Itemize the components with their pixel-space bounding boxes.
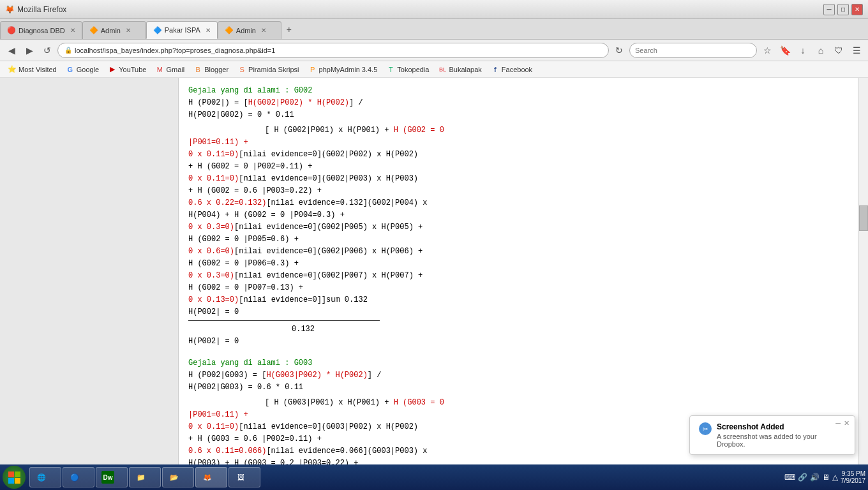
s1-f-line6: 0.6 x 0.22=0.132)[nilai evidence=0.132](… bbox=[188, 197, 848, 209]
taskbar-folder-icon: 📂 bbox=[168, 471, 181, 484]
bookmark-label-facebook: Facebook bbox=[502, 66, 532, 73]
section2-line1: H (P002|G003) = [H(G003|P002) * H(P002)]… bbox=[188, 369, 848, 381]
bookmark-phpmyadmin[interactable]: P phpMyAdmin 3.4.5 bbox=[304, 64, 382, 75]
bookmark-most-visited[interactable]: ⭐ Most Visited bbox=[4, 64, 61, 75]
taskbar: 🌐 🔵 Dw 📁 📂 🦊 🖼 ⌨ 🔗 🔊 🖥 △ 9:35 PM 7/9/201… bbox=[0, 464, 868, 490]
bookmark-label-most-visited: Most Visited bbox=[19, 66, 57, 73]
svg-rect-2 bbox=[8, 478, 14, 484]
taskbar-item-firefox[interactable]: 🌐 bbox=[29, 467, 61, 487]
tab-close-diagnosa[interactable]: ✕ bbox=[70, 27, 75, 34]
tray-monitor-icon: 🖥 bbox=[822, 473, 830, 482]
back-button[interactable]: ◀ bbox=[4, 43, 19, 58]
bookmark-label-google: Google bbox=[77, 66, 99, 73]
title-bar: 🦊 Mozilla Firefox ─ □ ✕ bbox=[0, 0, 868, 19]
section2-formula-start: [ H (G003|P001) x H(P001) + H (G003 = 0 bbox=[188, 397, 848, 408]
s1-f-line2: 0 x 0.11=0)[nilai evidence=0](G002|P002)… bbox=[188, 149, 848, 160]
section1-formula-start: [ H (G002|P001) x H(P001) + H (G002 = 0 bbox=[188, 124, 848, 136]
s1-formula-indent: [ H (G002|P001) x H(P001) + H (G002 = 0 bbox=[265, 126, 444, 135]
taskbar-items: 🌐 🔵 Dw 📁 📂 🦊 🖼 bbox=[29, 467, 781, 487]
close-button[interactable]: ✕ bbox=[851, 4, 863, 15]
toast-title: Screenshot Added bbox=[717, 422, 846, 431]
bookmark-blogger[interactable]: B Blogger bbox=[190, 64, 232, 75]
bookmark-star-button[interactable]: ☆ bbox=[760, 43, 775, 58]
tab-icon-diagnosa: 🔴 bbox=[7, 26, 16, 35]
tab-diagnosa-dbd[interactable]: 🔴 Diagnosa DBD ✕ bbox=[0, 21, 82, 39]
tab-label-admin2: Admin bbox=[236, 27, 256, 34]
menu-button[interactable]: ☰ bbox=[849, 43, 864, 58]
bookmark-tokopedia[interactable]: T Tokopedia bbox=[382, 64, 433, 75]
s1-l1-h: H(G002|P002) * H(P002) bbox=[248, 98, 349, 107]
s1-f-line12: 0 x 0.3=0)[nilai evidence=0](G002|P007) … bbox=[188, 270, 848, 281]
taskbar-item-photos[interactable]: 🖼 bbox=[228, 467, 260, 487]
s1-f-line8: 0 x 0.3=0)[nilai evidence=0](G002|P005) … bbox=[188, 221, 848, 233]
bookmark-google[interactable]: G Google bbox=[62, 64, 103, 75]
maximize-button[interactable]: □ bbox=[837, 4, 849, 15]
tab-close-admin2[interactable]: ✕ bbox=[261, 27, 266, 34]
new-tab-button[interactable]: + bbox=[281, 22, 297, 37]
google-icon: G bbox=[66, 65, 75, 74]
start-button[interactable] bbox=[3, 466, 26, 489]
section1-result: H(P002| = 0 bbox=[188, 336, 848, 347]
forward-button[interactable]: ▶ bbox=[22, 43, 37, 58]
s1-l2-text: H(P002|G002) = 0 * 0.11 bbox=[188, 110, 294, 119]
toast-icon: ✂ bbox=[699, 422, 712, 435]
toast-content: Screenshot Added A screenshot was added … bbox=[717, 422, 846, 448]
taskbar-item-firefox2[interactable]: 🦊 bbox=[195, 467, 227, 487]
tab-pakar-ispa[interactable]: 🔷 Pakar ISPA ✕ bbox=[146, 21, 218, 39]
bookmark-gmail[interactable]: M Gmail bbox=[151, 64, 188, 75]
nav-icons: ☆ 🔖 ↓ ⌂ 🛡 ☰ bbox=[760, 43, 864, 58]
taskbar-item-folder[interactable]: 📂 bbox=[162, 467, 194, 487]
bookmark-label-youtube: YouTube bbox=[119, 66, 146, 73]
taskbar-dw-icon: Dw bbox=[101, 471, 114, 484]
taskbar-item-explorer[interactable]: 📁 bbox=[129, 467, 161, 487]
minimize-button[interactable]: ─ bbox=[823, 4, 835, 15]
tab-icon-admin1: 🔶 bbox=[89, 26, 98, 35]
bookmark-label-phpmyadmin: phpMyAdmin 3.4.5 bbox=[319, 66, 378, 73]
windows-logo-icon bbox=[7, 470, 21, 484]
bookmark-label-piramida: Piramida Skripsi bbox=[248, 66, 299, 73]
bookmark-facebook[interactable]: f Facebook bbox=[487, 64, 536, 75]
nav-bar: ◀ ▶ ↺ 🔒 localhost/ispa_bayes/index.php?t… bbox=[0, 40, 868, 61]
bookmark-label-blogger: Blogger bbox=[204, 66, 228, 73]
tab-close-admin1[interactable]: ✕ bbox=[126, 27, 131, 34]
tray-volume-icon: 🔊 bbox=[810, 473, 819, 482]
tab-label-pakar: Pakar ISPA bbox=[165, 26, 200, 34]
search-input[interactable] bbox=[629, 43, 757, 58]
address-bar[interactable]: 🔒 localhost/ispa_bayes/index.php?top=pro… bbox=[57, 43, 609, 58]
s1-f-line11: H (G002 = 0 |P006=0.3) + bbox=[188, 258, 848, 269]
reload-button[interactable]: ↻ bbox=[611, 43, 627, 58]
home-button[interactable]: ⌂ bbox=[813, 43, 828, 58]
taskbar-item-dw[interactable]: Dw bbox=[96, 467, 128, 487]
section-g002: Gejala yang di alami : G002 H (P002|) = … bbox=[188, 85, 848, 347]
section2-title: Gejala yang di alami : G003 bbox=[188, 357, 848, 369]
tray-dropbox-icon: △ bbox=[832, 473, 838, 482]
tray-network-icon: 🔗 bbox=[798, 473, 807, 482]
section2-title-text: Gejala yang di alami : G003 bbox=[188, 359, 312, 368]
bookmark-bukalapak[interactable]: BL Bukalapak bbox=[434, 64, 485, 75]
tab-icon-pakar: 🔷 bbox=[153, 26, 162, 34]
tab-close-pakar[interactable]: ✕ bbox=[206, 27, 211, 34]
s1-f-line5: + H (G002 = 0.6 |P003=0.22) + bbox=[188, 185, 848, 197]
taskbar-item-chrome[interactable]: 🔵 bbox=[63, 467, 94, 487]
taskbar-firefox-icon: 🌐 bbox=[35, 471, 48, 484]
bookmark-button[interactable]: 🔖 bbox=[777, 43, 793, 58]
lock-icon: 🔒 bbox=[64, 47, 72, 54]
blogger-icon: B bbox=[193, 65, 202, 74]
toast-close-button[interactable]: ✕ bbox=[844, 419, 849, 427]
shield-button[interactable]: 🛡 bbox=[831, 43, 846, 58]
bookmark-youtube[interactable]: ▶ YouTube bbox=[104, 64, 150, 75]
download-button[interactable]: ↓ bbox=[795, 43, 811, 58]
svg-rect-0 bbox=[8, 471, 14, 477]
scrollbar-track[interactable] bbox=[858, 78, 868, 490]
section1-divider bbox=[188, 320, 380, 321]
scrollbar-thumb[interactable] bbox=[859, 205, 868, 231]
bookmark-piramida[interactable]: S Piramida Skripsi bbox=[234, 64, 303, 75]
toast-minimize-button[interactable]: ─ bbox=[835, 419, 841, 427]
bukalapak-icon: BL bbox=[438, 65, 447, 74]
refresh-button[interactable]: ↺ bbox=[40, 43, 55, 58]
tab-admin-1[interactable]: 🔶 Admin ✕ bbox=[82, 21, 146, 39]
tab-admin-2[interactable]: 🔶 Admin ✕ bbox=[218, 21, 281, 39]
svg-rect-1 bbox=[15, 471, 20, 477]
section1-title-text: Gejala yang di alami : G002 bbox=[188, 86, 312, 95]
url-text: localhost/ispa_bayes/index.php?top=prose… bbox=[75, 47, 275, 54]
